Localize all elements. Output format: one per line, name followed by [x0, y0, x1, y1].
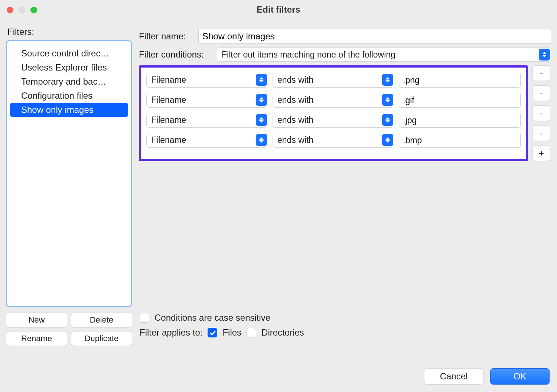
chevron-updown-icon: [256, 94, 267, 106]
condition-op-value: ends with: [273, 93, 394, 108]
chevron-updown-icon: [256, 114, 267, 126]
minimize-window-button[interactable]: [19, 7, 25, 13]
applies-to-label: Filter applies to:: [140, 327, 202, 338]
close-window-button[interactable]: [7, 7, 13, 13]
filter-list-item[interactable]: Source control direc…: [10, 46, 128, 61]
condition-value-input[interactable]: [399, 113, 521, 128]
condition-value-input[interactable]: [399, 73, 521, 88]
condition-op-value: ends with: [273, 133, 394, 148]
delete-filter-button[interactable]: Delete: [71, 313, 132, 327]
condition-row: Filenameends with: [146, 113, 521, 128]
conditions-mode-value: Filter out items matching none of the fo…: [217, 48, 551, 62]
chevron-updown-icon: [382, 114, 393, 126]
titlebar: Edit filters: [0, 0, 557, 19]
filter-list-item[interactable]: Show only images: [10, 103, 128, 117]
cancel-button[interactable]: Cancel: [424, 368, 483, 385]
applies-files-label: Files: [222, 327, 241, 338]
filter-list-item[interactable]: Configuration files: [10, 89, 128, 103]
condition-attr-select[interactable]: Filename: [146, 93, 268, 108]
zoom-window-button[interactable]: [30, 7, 37, 13]
filter-conditions-label: Filter conditions:: [139, 49, 213, 60]
condition-row: Filenameends with: [146, 93, 521, 108]
condition-row-buttons: ----+: [532, 65, 551, 161]
condition-attr-select[interactable]: Filename: [146, 73, 268, 88]
remove-condition-button[interactable]: -: [532, 85, 550, 101]
condition-op-select[interactable]: ends with: [273, 113, 394, 128]
filters-list[interactable]: Source control direc…Useless Explorer fi…: [6, 40, 132, 307]
duplicate-filter-button[interactable]: Duplicate: [71, 331, 132, 346]
condition-attr-value: Filename: [146, 133, 268, 148]
chevron-updown-icon: [539, 49, 550, 61]
condition-value-input[interactable]: [399, 133, 521, 148]
new-filter-button[interactable]: New: [6, 313, 67, 327]
conditions-mode-select[interactable]: Filter out items matching none of the fo…: [217, 48, 551, 62]
filter-list-item[interactable]: Temporary and bac…: [10, 75, 128, 89]
condition-row: Filenameends with: [146, 133, 521, 148]
applies-files-checkbox[interactable]: [208, 328, 217, 337]
remove-condition-button[interactable]: -: [532, 125, 550, 141]
condition-row: Filenameends with: [146, 73, 521, 88]
edit-filters-window: Edit filters Filters: Source control dir…: [0, 0, 557, 392]
chevron-updown-icon: [382, 94, 393, 106]
condition-op-value: ends with: [273, 113, 394, 128]
condition-attr-select[interactable]: Filename: [146, 113, 268, 128]
condition-value-input[interactable]: [399, 93, 521, 108]
chevron-updown-icon: [256, 74, 267, 86]
condition-op-select[interactable]: ends with: [273, 93, 394, 108]
condition-attr-select[interactable]: Filename: [146, 133, 268, 148]
conditions-frame: Filenameends withFilenameends withFilena…: [139, 65, 528, 161]
remove-condition-button[interactable]: -: [532, 105, 550, 121]
applies-directories-label: Directories: [261, 327, 304, 338]
ok-button[interactable]: OK: [490, 368, 550, 385]
rename-filter-button[interactable]: Rename: [6, 331, 67, 346]
chevron-updown-icon: [382, 74, 393, 86]
condition-op-select[interactable]: ends with: [273, 133, 394, 148]
condition-op-value: ends with: [273, 73, 394, 88]
condition-attr-value: Filename: [146, 113, 268, 128]
filter-name-label: Filter name:: [139, 31, 195, 42]
applies-directories-checkbox[interactable]: [247, 328, 256, 337]
condition-attr-value: Filename: [146, 73, 268, 88]
window-controls: [7, 7, 37, 13]
condition-op-select[interactable]: ends with: [273, 73, 394, 88]
window-title: Edit filters: [257, 4, 300, 15]
condition-attr-value: Filename: [146, 93, 268, 108]
filters-list-label: Filters:: [7, 27, 132, 37]
remove-condition-button[interactable]: -: [532, 65, 550, 81]
case-sensitive-checkbox[interactable]: [140, 313, 149, 323]
add-condition-button[interactable]: +: [532, 146, 550, 161]
case-sensitive-label: Conditions are case sensitive: [154, 313, 270, 323]
chevron-updown-icon: [382, 134, 393, 146]
filter-list-item[interactable]: Useless Explorer files: [10, 61, 128, 75]
filter-name-input[interactable]: [198, 29, 551, 44]
chevron-updown-icon: [256, 134, 267, 146]
